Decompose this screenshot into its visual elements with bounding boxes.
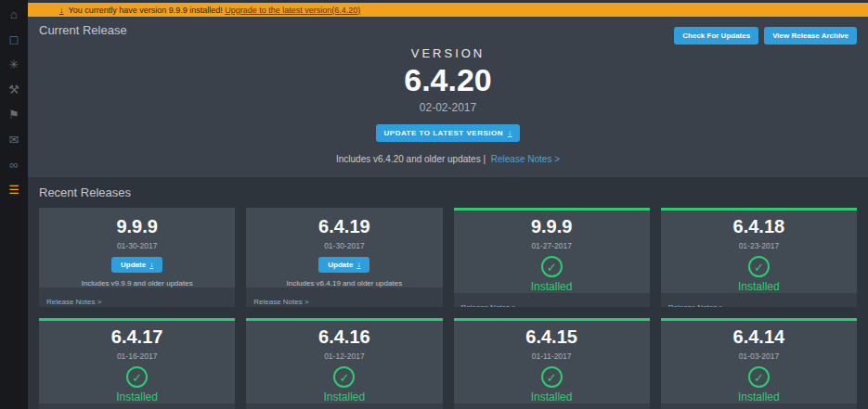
- installed-check-icon: ✓: [541, 366, 563, 388]
- monitor-icon[interactable]: ◻: [0, 33, 28, 46]
- card-version: 6.4.19: [246, 216, 442, 237]
- card-footer: Release Notes >: [246, 403, 442, 409]
- release-notes-link[interactable]: Release Notes >: [253, 298, 308, 306]
- home-icon[interactable]: ⌂: [0, 8, 28, 21]
- release-card: 9.9.901-27-2017✓InstalledRelease Notes >: [454, 208, 650, 307]
- release-card: 6.4.1501-11-2017✓InstalledRelease Notes …: [454, 318, 650, 409]
- release-card: 6.4.1801-23-2017✓InstalledRelease Notes …: [661, 208, 857, 307]
- card-version: 9.9.9: [39, 216, 235, 237]
- card-body: 6.4.1801-23-2017✓Installed: [661, 211, 857, 293]
- card-includes-text: Includes v9.9.9 and older updates: [39, 279, 235, 288]
- card-footer: Release Notes >: [661, 403, 857, 409]
- card-body: 9.9.901-30-2017Update↓Includes v9.9.9 an…: [39, 211, 235, 288]
- card-update-label: Update: [328, 261, 353, 269]
- card-version: 6.4.15: [454, 326, 650, 348]
- update-button-label: UPDATE TO LATEST VERSION: [384, 129, 503, 137]
- release-notes-link[interactable]: Release Notes >: [46, 298, 101, 306]
- installed-label: Installed: [39, 390, 235, 403]
- card-body: 6.4.1501-11-2017✓Installed: [454, 321, 650, 403]
- download-icon: ↓: [149, 261, 153, 269]
- installed-label: Installed: [661, 280, 857, 293]
- recent-releases-title: Recent Releases: [39, 185, 857, 199]
- tools-icon[interactable]: ⚒: [0, 83, 28, 96]
- card-date: 01-03-2017: [661, 351, 857, 361]
- sidebar: ⌂◻✳⚒⚑✉∞☰: [0, 0, 28, 409]
- upgrade-link[interactable]: Upgrade to the latest version(6.4.20): [225, 6, 360, 15]
- download-icon: ↓: [508, 129, 512, 137]
- current-release-header: Current Release Check For Updates View R…: [39, 23, 857, 45]
- recent-releases-grid: 9.9.901-30-2017Update↓Includes v9.9.9 an…: [39, 208, 857, 409]
- view-release-archive-button[interactable]: View Release Archive: [764, 27, 857, 45]
- check-for-updates-button[interactable]: Check For Updates: [674, 27, 758, 45]
- release-card: 9.9.901-30-2017Update↓Includes v9.9.9 an…: [39, 208, 235, 307]
- card-body: 6.4.1401-03-2017✓Installed: [661, 321, 857, 403]
- card-date: 01-30-2017: [39, 241, 235, 250]
- installed-check-icon: ✓: [541, 256, 563, 277]
- card-footer: Release Notes >: [454, 403, 650, 409]
- includes-text: Includes v6.4.20 and older updates |: [336, 154, 486, 164]
- card-footer: Release Notes >: [39, 288, 235, 307]
- updates-icon[interactable]: ☰: [0, 184, 28, 197]
- main-content: ↓ You currently have version 9.9.9 insta…: [28, 0, 868, 409]
- card-body: 9.9.901-27-2017✓Installed: [454, 211, 650, 293]
- card-version: 6.4.18: [661, 216, 857, 237]
- installed-check-icon: ✓: [748, 366, 770, 388]
- release-notes-link[interactable]: Release Notes >: [461, 303, 516, 307]
- header-buttons: Check For Updates View Release Archive: [674, 27, 857, 45]
- card-date: 01-30-2017: [246, 241, 442, 250]
- card-date: 01-12-2017: [246, 351, 442, 361]
- card-version: 6.4.14: [661, 326, 857, 348]
- installed-check-icon: ✓: [333, 366, 355, 388]
- includes-line: Includes v6.4.20 and older updates | Rel…: [39, 154, 857, 164]
- card-date: 01-11-2017: [454, 351, 650, 361]
- app-window: ⌂◻✳⚒⚑✉∞☰ ↓ You currently have version 9.…: [0, 0, 868, 409]
- card-version: 6.4.16: [246, 326, 442, 348]
- upgrade-banner: ↓ You currently have version 9.9.9 insta…: [28, 3, 868, 17]
- installed-check-icon: ✓: [126, 366, 148, 388]
- card-date: 01-27-2017: [454, 241, 650, 250]
- network-icon[interactable]: ✳: [0, 58, 28, 71]
- current-release-title: Current Release: [39, 23, 127, 37]
- card-body: 6.4.1701-16-2017✓Installed: [39, 321, 235, 403]
- card-date: 01-16-2017: [39, 351, 235, 361]
- installed-check-icon: ✓: [748, 256, 770, 277]
- card-footer: Release Notes >: [246, 288, 442, 307]
- card-version: 9.9.9: [454, 216, 650, 237]
- card-update-button[interactable]: Update↓: [318, 257, 369, 273]
- card-footer: Release Notes >: [39, 403, 235, 409]
- card-version: 6.4.17: [39, 326, 235, 348]
- release-card: 6.4.1401-03-2017✓InstalledRelease Notes …: [661, 318, 857, 409]
- card-footer: Release Notes >: [454, 293, 650, 307]
- update-to-latest-button[interactable]: UPDATE TO LATEST VERSION↓: [376, 124, 521, 142]
- card-footer: Release Notes >: [661, 293, 857, 307]
- card-update-label: Update: [121, 261, 146, 269]
- release-card: 6.4.1701-16-2017✓InstalledRelease Notes …: [39, 318, 235, 409]
- installed-label: Installed: [246, 390, 442, 403]
- card-update-button[interactable]: Update↓: [111, 257, 162, 273]
- installed-label: Installed: [454, 280, 650, 293]
- download-icon: ↓: [356, 261, 360, 269]
- current-version-date: 02-02-2017: [39, 101, 857, 114]
- release-notes-link[interactable]: Release Notes >: [491, 154, 560, 164]
- card-body: 6.4.1901-30-2017Update↓Includes v6.4.19 …: [246, 211, 442, 288]
- links-icon[interactable]: ∞: [0, 159, 28, 172]
- installed-label: Installed: [454, 390, 650, 403]
- current-version-number: 6.4.20: [39, 62, 857, 98]
- release-notes-link[interactable]: Release Notes >: [668, 303, 723, 307]
- card-body: 6.4.1601-12-2017✓Installed: [246, 321, 442, 403]
- version-label: VERSION: [39, 46, 857, 60]
- download-icon: ↓: [59, 6, 64, 15]
- recent-releases-section: Recent Releases 9.9.901-30-2017Update↓In…: [28, 177, 868, 409]
- alerts-icon[interactable]: ⚑: [0, 109, 28, 121]
- release-card: 6.4.1901-30-2017Update↓Includes v6.4.19 …: [246, 208, 442, 307]
- installed-label: Installed: [661, 390, 857, 403]
- banner-text: You currently have version 9.9.9 install…: [69, 6, 226, 15]
- card-includes-text: Includes v6.4.19 and older updates: [246, 279, 442, 288]
- release-card: 6.4.1601-12-2017✓InstalledRelease Notes …: [246, 318, 442, 409]
- card-date: 01-23-2017: [661, 241, 857, 250]
- current-version-block: VERSION 6.4.20 02-02-2017 UPDATE TO LATE…: [39, 46, 857, 164]
- current-release-panel: Current Release Check For Updates View R…: [28, 17, 868, 177]
- messages-icon[interactable]: ✉: [0, 134, 28, 147]
